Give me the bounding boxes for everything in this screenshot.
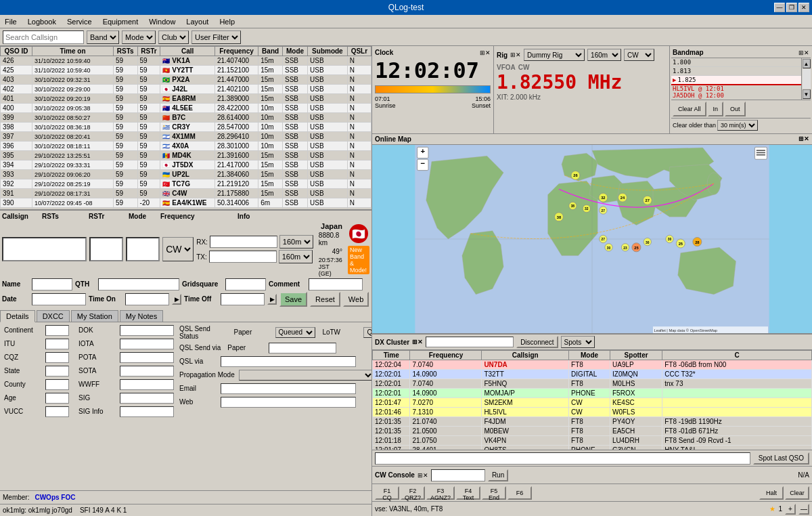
sota-input[interactable] (120, 366, 174, 377)
sig-input[interactable] (120, 393, 174, 404)
table-row[interactable]: 401 30/10/2022 09:20:19 59 59 🇪🇸 EA8RM 2… (1, 94, 371, 104)
mode-select[interactable]: Mode (122, 30, 156, 44)
list-item[interactable]: 12:01:47 7.0270 SM2EKM CW KE4SC (373, 398, 812, 408)
dx-server-input[interactable]: hamqth.com:7300 (426, 337, 514, 347)
cw-run-button[interactable]: Run (488, 469, 508, 481)
table-row[interactable]: 400 30/10/2022 09:05:38 59 59 🇦🇺 4L5EE 2… (1, 104, 371, 113)
tab-details[interactable]: Details (0, 310, 35, 322)
tab-my-station[interactable]: My Station (71, 310, 118, 322)
rx-band-select[interactable]: 160m (279, 235, 313, 249)
list-item[interactable]: 12:02:01 14.0900 T32TT DIGITAL IZ0MQN CC… (373, 370, 812, 379)
list-item[interactable]: 12:02:01 14.0900 MOMJA/P PHONE F5ROX (373, 389, 812, 398)
timeoff-now-button[interactable]: ▶ (267, 294, 277, 305)
table-row[interactable]: 399 30/10/2022 08:50:27 59 59 🇨🇳 B7C 28.… (1, 113, 371, 123)
table-row[interactable]: 426 31/10/2022 10:59:40 59 59 🇦🇺 VK1A 21… (1, 56, 371, 66)
clear-older-select[interactable]: 30 min(s) (717, 120, 758, 131)
rig-band-select[interactable]: 160m (587, 49, 621, 61)
web-detail-input[interactable] (221, 397, 356, 408)
tx-freq-input[interactable]: TX: 1.82750 MHz (209, 251, 277, 263)
zoom-out-button[interactable]: — (798, 504, 809, 515)
name-input[interactable]: Akito (32, 278, 72, 291)
continent-input[interactable]: AS (45, 325, 69, 336)
menu-equipment[interactable]: Equipment (101, 17, 141, 26)
table-row[interactable]: 395 29/10/2022 13:25:51 59 59 🇲🇩 MD4K 21… (1, 151, 371, 160)
reset-button[interactable]: Reset (310, 292, 340, 307)
rsts-input[interactable]: 599 (89, 237, 123, 261)
date-input[interactable]: 28/12/2023 (32, 293, 86, 305)
table-row[interactable]: 394 29/10/2022 09:33:31 59 59 🇯🇵 JT5DX 2… (1, 160, 371, 170)
cqz-input[interactable]: 25 (45, 352, 69, 363)
tx-band-select[interactable]: 160m (279, 250, 313, 263)
f2-button[interactable]: F2QRZ? (401, 486, 425, 500)
paper-qsl-select[interactable]: Queued (275, 327, 316, 338)
f5-button[interactable]: F5End (482, 486, 506, 500)
clear-cw-button[interactable]: Clear (785, 486, 809, 500)
timeon-input[interactable]: 11:57:36 (125, 293, 169, 305)
menu-help[interactable]: Help (217, 17, 237, 26)
band-select[interactable]: Band (87, 30, 119, 44)
qsl-via-input[interactable] (221, 356, 356, 367)
comment-input[interactable] (309, 278, 363, 291)
vucc-input[interactable] (45, 406, 69, 417)
bandmap-scroll-down[interactable]: ▼ (803, 89, 811, 99)
list-item[interactable]: 12:02:01 7.0740 F5HNQ FT8 M0LHS tnx 73 (373, 379, 812, 389)
restore-button[interactable]: ❐ (786, 3, 797, 12)
wwff-input[interactable] (120, 379, 174, 390)
table-row[interactable]: 393 29/10/2022 09:06:20 59 59 🇺🇦 UP2L 21… (1, 170, 371, 179)
menu-logbook[interactable]: Logbook (26, 17, 58, 26)
table-row[interactable]: 397 30/10/2022 08:20:41 59 59 🇮🇱 4X1MM 2… (1, 132, 371, 142)
dok-input[interactable] (120, 325, 174, 336)
itu-input[interactable]: 45 (45, 339, 69, 349)
bandmap-clear-all-button[interactable]: Clear All (673, 102, 706, 116)
qth-input[interactable]: Tokushima; 770-8691 (98, 278, 179, 291)
gridsquare-input[interactable]: PM53UF (225, 278, 266, 291)
bandmap-out-button[interactable]: Out (725, 102, 746, 116)
pota-input[interactable] (120, 352, 174, 363)
list-item[interactable]: 12:01:18 21.0750 VK4PN FT8 LU4DRH FT8 Se… (373, 436, 812, 446)
minimize-button[interactable]: — (774, 3, 785, 12)
lotw-select[interactable]: Queued (363, 327, 371, 338)
mode-input[interactable]: CW (162, 237, 194, 261)
f4-button[interactable]: F4Text (456, 486, 480, 500)
tab-dxcc[interactable]: DXCC (37, 310, 70, 322)
age-input[interactable] (45, 393, 69, 404)
list-item[interactable]: 12:02:04 7.0740 UN7DA FT8 UA9LP FT8 -06d… (373, 360, 812, 370)
county-input[interactable] (45, 379, 69, 390)
menu-window[interactable]: Window (147, 17, 177, 26)
state-input[interactable] (45, 366, 69, 377)
disconnect-button[interactable]: Disconnect (516, 336, 558, 348)
table-row[interactable]: 390 10/07/2022 09:45 -08 59 -20 🇪🇸 EA4/K… (1, 198, 371, 208)
sig-info-input[interactable] (120, 406, 174, 417)
table-row[interactable]: 396 30/10/2022 08:18:11 59 59 🇮🇱 4X0A 28… (1, 142, 371, 151)
table-row[interactable]: 398 30/10/2022 08:36:18 59 59 🇺🇾 CR3Y 28… (1, 123, 371, 132)
table-row[interactable]: 425 31/10/2022 10:59:40 59 59 🇻🇳 VY2TT 2… (1, 66, 371, 75)
tab-my-notes[interactable]: My Notes (120, 310, 163, 322)
bandmap-in-button[interactable]: In (708, 102, 724, 116)
iota-input[interactable] (120, 339, 174, 349)
rig-mode-select[interactable]: CW (624, 49, 654, 61)
list-item[interactable]: 12:01:35 21.0740 F4JDM FT8 PY4OY FT8 -19… (373, 417, 812, 427)
table-row[interactable]: 402 30/10/2022 09:29:00 59 59 🇯🇵 J42L 21… (1, 85, 371, 94)
cw-text-input[interactable]: aaa (431, 469, 485, 481)
web-button[interactable]: Web (343, 292, 369, 307)
halt-button[interactable]: Halt (759, 486, 784, 500)
menu-layout[interactable]: Layout (184, 17, 210, 26)
callsign-input[interactable]: JA5DQH (2, 237, 87, 261)
rx-freq-input[interactable]: RX: 1.82550 MHz (210, 236, 277, 248)
spot-input[interactable] (375, 452, 750, 465)
f3-button[interactable]: F3AGNZ? (426, 486, 455, 500)
close-button[interactable]: ✕ (798, 3, 809, 12)
f6-button[interactable]: F6 (508, 486, 532, 500)
spot-last-qso-button[interactable]: Spot Last QSO (753, 452, 809, 465)
bandmap-scroll-up[interactable]: ▲ (803, 59, 811, 68)
user-filter-select[interactable]: User Filter (191, 30, 241, 44)
rig-name-select[interactable]: Dummy Rig (524, 49, 585, 61)
spots-filter-select[interactable]: Spots (561, 336, 595, 348)
list-item[interactable]: 12:01:46 7.1310 HL5IVL CW W0FLS (373, 408, 812, 417)
search-callsign-input[interactable] (3, 30, 84, 44)
timeoff-input[interactable]: 11:57:36 (221, 293, 265, 305)
menu-file[interactable]: File (3, 17, 19, 26)
table-row[interactable]: 391 29/10/2022 08:17:31 59 59 🇬🇧 C4W 21.… (1, 189, 371, 198)
club-select[interactable]: Club (158, 30, 189, 44)
email-input[interactable] (221, 383, 356, 394)
